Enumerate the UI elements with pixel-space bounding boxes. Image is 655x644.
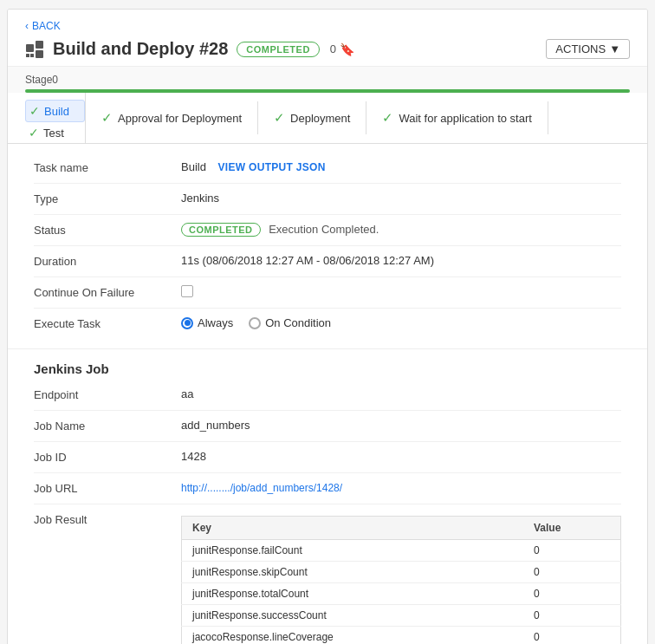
svg-rect-4 — [30, 54, 34, 57]
type-value: Jenkins — [181, 192, 621, 205]
table-row: junitResponse.successCount0 — [182, 605, 621, 627]
view-json-link[interactable]: VIEW OUTPUT JSON — [218, 161, 326, 173]
tab-wait[interactable]: ✓ Wait for application to start — [366, 101, 548, 134]
table-cell-value: 0 — [523, 562, 620, 583]
jenkins-section-heading: Jenkins Job — [8, 349, 647, 380]
table-cell-key: junitResponse.successCount — [182, 605, 524, 627]
tabs-row: ✓ Build ✓ Test ✓ Approval for Deployment… — [8, 93, 647, 144]
table-cell-key: jacocoResponse.lineCoverage — [182, 627, 524, 645]
job-name-value: add_numbers — [181, 419, 621, 432]
back-chevron-icon: ‹ — [25, 20, 29, 32]
job-result-row: Job Result Key Value junitResponse.failC… — [34, 504, 621, 644]
job-result-label: Job Result — [34, 512, 181, 526]
continue-label: Continue On Failure — [34, 285, 181, 299]
back-link[interactable]: ‹ BACK — [25, 20, 61, 32]
table-row: junitResponse.skipCount0 — [182, 562, 621, 583]
status-badge: COMPLETED — [181, 223, 261, 237]
svg-rect-1 — [36, 41, 43, 49]
col-value: Value — [523, 517, 620, 540]
table-cell-key: junitResponse.skipCount — [182, 562, 524, 583]
always-label: Always — [198, 316, 233, 329]
table-cell-key: junitResponse.failCount — [182, 540, 524, 562]
svg-rect-2 — [36, 50, 43, 58]
duration-row: Duration 11s (08/06/2018 12:27 AM - 08/0… — [34, 246, 621, 277]
deployment-check-icon: ✓ — [274, 110, 285, 126]
app-icon — [25, 40, 44, 59]
task-name-label: Task name — [34, 160, 181, 174]
col-key: Key — [182, 517, 524, 540]
count-label: 0 🔖 — [330, 42, 354, 56]
svg-rect-3 — [26, 54, 29, 57]
table-row: junitResponse.totalCount0 — [182, 583, 621, 605]
status-label: Status — [34, 223, 181, 237]
table-header-row: Key Value — [182, 517, 621, 540]
job-url-link[interactable]: http://......../job/add_numbers/1428/ — [181, 482, 342, 494]
left-tabs: ✓ Build ✓ Test — [8, 93, 86, 143]
on-condition-radio[interactable] — [249, 317, 261, 329]
tab-build[interactable]: ✓ Build — [25, 100, 85, 122]
tab-approval[interactable]: ✓ Approval for Deployment — [86, 101, 258, 134]
continue-checkbox[interactable] — [181, 285, 193, 297]
endpoint-label: Endpoint — [34, 387, 181, 401]
job-id-row: Job ID 1428 — [34, 442, 621, 473]
job-name-label: Job Name — [34, 419, 181, 433]
wait-check-icon: ✓ — [382, 110, 393, 126]
table-row: junitResponse.failCount0 — [182, 540, 621, 562]
approval-check-icon: ✓ — [101, 110, 113, 126]
deployment-tab-label: Deployment — [290, 112, 350, 125]
task-name-value: Build VIEW OUTPUT JSON — [181, 160, 621, 173]
page-title: Build and Deploy #28 — [53, 39, 228, 59]
always-radio[interactable] — [181, 317, 193, 329]
test-tab-label: Test — [43, 127, 64, 140]
task-name-row: Task name Build VIEW OUTPUT JSON — [34, 153, 621, 184]
continue-value — [181, 285, 621, 300]
table-cell-value: 0 — [523, 605, 620, 627]
table-cell-key: junitResponse.totalCount — [182, 583, 524, 605]
endpoint-value: aa — [181, 387, 621, 400]
job-url-row: Job URL http://......../job/add_numbers/… — [34, 473, 621, 504]
type-label: Type — [34, 192, 181, 205]
tab-test[interactable]: ✓ Test — [25, 122, 85, 143]
test-check-icon: ✓ — [29, 126, 39, 140]
actions-chevron-icon: ▼ — [609, 42, 620, 55]
stage-label: Stage0 — [25, 74, 630, 86]
always-option[interactable]: Always — [181, 316, 233, 329]
job-name-row: Job Name add_numbers — [34, 411, 621, 442]
table-cell-value: 0 — [523, 627, 620, 645]
tab-deployment[interactable]: ✓ Deployment — [258, 101, 366, 134]
duration-label: Duration — [34, 254, 181, 268]
approval-tab-label: Approval for Deployment — [118, 112, 242, 125]
table-cell-value: 0 — [523, 540, 620, 562]
build-tab-label: Build — [44, 105, 69, 118]
execution-text: Execution Completed. — [269, 223, 379, 236]
status-row: Status COMPLETED Execution Completed. — [34, 215, 621, 246]
job-url-value: http://......../job/add_numbers/1428/ — [181, 481, 621, 494]
actions-button[interactable]: ACTIONS ▼ — [546, 39, 630, 59]
tag-icon: 🔖 — [340, 42, 354, 56]
execute-row: Execute Task Always On Condition — [34, 309, 621, 340]
right-tabs: ✓ Approval for Deployment ✓ Deployment ✓… — [86, 93, 647, 143]
stage-section: Stage0 — [8, 66, 647, 93]
on-condition-option[interactable]: On Condition — [249, 316, 331, 329]
job-result-table-wrapper: Key Value junitResponse.failCount0junitR… — [181, 512, 621, 644]
job-id-value: 1428 — [181, 450, 621, 463]
job-id-label: Job ID — [34, 450, 181, 464]
radio-group: Always On Condition — [181, 316, 621, 329]
endpoint-row: Endpoint aa — [34, 380, 621, 411]
type-row: Type Jenkins — [34, 184, 621, 215]
result-table: Key Value junitResponse.failCount0junitR… — [181, 516, 621, 644]
header-status-badge: COMPLETED — [237, 42, 320, 57]
back-label: BACK — [32, 20, 61, 32]
table-row: jacocoResponse.lineCoverage0 — [182, 627, 621, 645]
wait-tab-label: Wait for application to start — [399, 112, 531, 125]
execute-label: Execute Task — [34, 316, 181, 330]
execute-value: Always On Condition — [181, 316, 621, 329]
build-check-icon: ✓ — [29, 104, 40, 118]
table-cell-value: 0 — [523, 583, 620, 605]
jenkins-section: Endpoint aa Job Name add_numbers Job ID … — [8, 380, 647, 644]
duration-value: 11s (08/06/2018 12:27 AM - 08/06/2018 12… — [181, 254, 621, 267]
on-condition-label: On Condition — [265, 316, 331, 329]
actions-label: ACTIONS — [555, 42, 606, 55]
status-value: COMPLETED Execution Completed. — [181, 223, 621, 237]
job-url-label: Job URL — [34, 481, 181, 495]
